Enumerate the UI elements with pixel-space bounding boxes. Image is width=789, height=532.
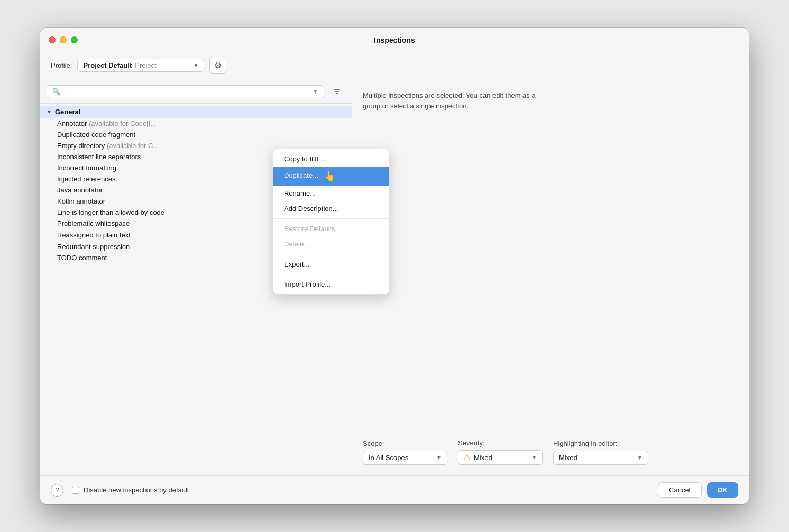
menu-item-rename[interactable]: Rename...: [273, 186, 389, 201]
severity-label: Severity:: [458, 439, 543, 447]
severity-icon: ⚠: [464, 453, 471, 462]
severity-control: Severity: ⚠ Mixed ▼: [458, 439, 543, 465]
main-content: 🔍 ▼ ▼ General: [40, 80, 749, 475]
menu-item-export[interactable]: Export...: [273, 256, 389, 272]
scope-dropdown[interactable]: In All Scopes ▼: [363, 451, 447, 465]
group-arrow-icon: ▼: [47, 109, 52, 115]
traffic-lights: [49, 36, 78, 43]
footer: ? Disable new inspections by default Can…: [40, 475, 749, 504]
search-row: 🔍 ▼: [40, 80, 352, 104]
disable-label: Disable new inspections by default: [84, 486, 189, 494]
scope-dropdown-arrow: ▼: [436, 455, 442, 461]
toolbar: Profile: Project Default Project ▼ ⚙: [40, 50, 749, 80]
menu-item-add-description[interactable]: Add Description...: [273, 201, 389, 216]
profile-name: Project Default: [83, 61, 132, 69]
scope-control: Scope: In All Scopes ▼: [363, 439, 447, 465]
right-panel: Multiple inspections are selected. You c…: [352, 80, 749, 475]
maximize-button[interactable]: [71, 36, 78, 43]
menu-item-label: Copy to IDE...: [284, 155, 327, 163]
dialog-title: Inspections: [374, 36, 415, 44]
search-dropdown-arrow[interactable]: ▼: [313, 88, 318, 95]
menu-item-delete: Delete...: [273, 236, 389, 252]
group-label: General: [55, 108, 80, 116]
menu-divider: [273, 218, 389, 219]
tree-item[interactable]: Annotator (available for Code|I...: [40, 118, 352, 129]
help-icon: ?: [56, 487, 59, 494]
titlebar: Inspections: [40, 28, 749, 50]
search-icon: 🔍: [52, 88, 60, 95]
ok-button[interactable]: OK: [707, 482, 739, 498]
cursor-icon: 👆: [324, 170, 335, 182]
inspections-dialog: Inspections Profile: Project Default Pro…: [40, 28, 749, 504]
menu-item-label: Duplicate...: [284, 171, 318, 179]
disable-checkbox[interactable]: [72, 487, 79, 494]
footer-buttons: Cancel OK: [658, 482, 738, 498]
menu-item-label: Delete...: [284, 240, 309, 248]
menu-item-label: Rename...: [284, 189, 316, 197]
severity-dropdown-arrow: ▼: [531, 455, 537, 461]
cancel-button[interactable]: Cancel: [658, 482, 701, 498]
minimize-button[interactable]: [60, 36, 67, 43]
filter-button[interactable]: [328, 84, 345, 99]
highlighting-dropdown-arrow: ▼: [637, 455, 643, 461]
menu-item-label: Export...: [284, 260, 309, 268]
menu-divider-2: [273, 254, 389, 254]
severity-dropdown[interactable]: ⚠ Mixed ▼: [458, 450, 543, 465]
highlighting-value: Mixed: [559, 454, 577, 462]
item-sub: (available for Code|I...: [89, 120, 156, 127]
filter-icon: [333, 87, 341, 96]
menu-item-restore-defaults: Restore Defaults: [273, 221, 389, 236]
highlighting-dropdown[interactable]: Mixed ▼: [553, 451, 648, 465]
profile-label: Profile:: [51, 61, 72, 69]
gear-icon: ⚙: [214, 60, 222, 70]
menu-divider-3: [273, 274, 389, 274]
menu-item-copy-to-ide[interactable]: Copy to IDE...: [273, 151, 389, 167]
profile-dropdown[interactable]: Project Default Project ▼: [77, 59, 204, 72]
gear-button[interactable]: ⚙: [209, 57, 226, 74]
menu-item-label: Restore Defaults: [284, 225, 335, 233]
menu-item-import-profile[interactable]: Import Profile...: [273, 277, 389, 292]
menu-item-label: Import Profile...: [284, 280, 331, 288]
tree-item[interactable]: Duplicated code fragment: [40, 129, 352, 140]
item-label: Duplicated code fragment: [57, 131, 345, 139]
text-line1: Multiple inspections are selected. You c…: [363, 91, 536, 99]
text-line2: group or select a single inspection.: [363, 102, 469, 110]
disable-checkbox-row: Disable new inspections by default: [72, 486, 189, 494]
item-sub: (available for C...: [107, 142, 159, 150]
severity-value: Mixed: [474, 454, 492, 462]
item-label: Annotator (available for Code|I...: [57, 120, 345, 127]
search-input[interactable]: [63, 88, 309, 96]
menu-item-duplicate[interactable]: Duplicate... 👆: [273, 167, 389, 186]
close-button[interactable]: [49, 36, 56, 43]
right-panel-text: Multiple inspections are selected. You c…: [363, 90, 738, 111]
profile-dropdown-arrow: ▼: [194, 62, 199, 68]
tree-group-general[interactable]: ▼ General: [40, 106, 352, 118]
scope-value: In All Scopes: [369, 454, 408, 462]
highlighting-control: Highlighting in editor: Mixed ▼: [553, 439, 648, 465]
search-box[interactable]: 🔍 ▼: [47, 85, 324, 98]
profile-sub: Project: [135, 61, 156, 69]
scope-label: Scope:: [363, 439, 447, 447]
context-menu: Copy to IDE... Duplicate... 👆 Rename... …: [273, 149, 389, 295]
help-button[interactable]: ?: [51, 484, 63, 497]
menu-item-label: Add Description...: [284, 205, 338, 213]
highlighting-label: Highlighting in editor:: [553, 439, 648, 447]
